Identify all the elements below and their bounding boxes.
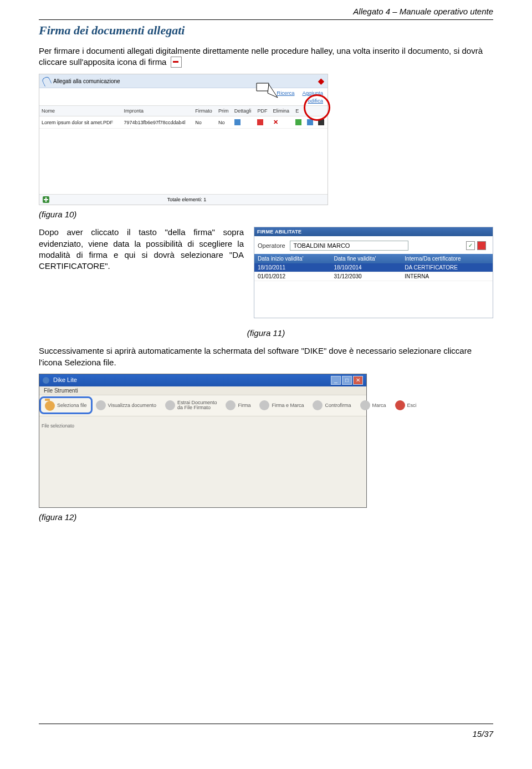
r2-type: INTERNA [401,272,493,281]
col-nome: Nome [39,106,121,116]
maximize-button[interactable]: □ [342,376,352,385]
elimina-icon[interactable]: ✕ [273,119,278,125]
firma-button[interactable]: Firma [222,399,254,412]
operatore-label: Operatore [258,242,285,249]
screenshot-allegati: Allegati alla comunicazione ◆ Ricerca Ag… [39,74,328,205]
r2-start: 01/01/2012 [254,272,331,281]
visualizza-label: Visualizza documento [108,403,156,408]
page-header-right: Allegato 4 – Manuale operativo utente [39,6,493,19]
visualizza-documento-button[interactable]: Visualizza documento [93,399,160,412]
firma-label: Firma [238,403,250,408]
link-ricerca[interactable]: Ricerca [277,90,294,96]
add-icon[interactable] [43,196,49,203]
paragraph-3: Successivamente si aprirà automaticament… [39,345,493,368]
seleziona-file-button[interactable]: Seleziona file [42,399,90,412]
dike-menubar[interactable]: File Strumenti [39,386,366,395]
paragraph-1-text: Per firmare i documenti allegati digital… [39,46,483,67]
seleziona-file-label: Seleziona file [57,403,87,408]
firme-header-row: Data inizio validita' Data fine validita… [254,254,493,263]
col-data-inizio: Data inizio validita' [254,254,331,263]
confirm-icon[interactable]: ✓ [466,241,475,250]
folder-icon [45,401,55,411]
screenshot-dike: Dike Lite _ □ ✕ File Strumenti Seleziona… [39,374,367,508]
allegati-title-text: Allegati alla comunicazione [53,78,120,84]
firme-row-1[interactable]: 18/10/2011 18/10/2014 DA CERTIFICATORE [254,263,493,272]
allegati-header-row: Nome Impronta Firmato Prim Dettagli PDF … [39,106,328,116]
firma-e-marca-button[interactable]: Firma e Marca [256,399,307,412]
cell-firmato: No [193,116,216,129]
red-circle-highlight [304,94,330,121]
svg-marker-0 [257,83,269,91]
screenshot-firme-abilitate: FIRME ABILITATE Operatore TOBALDINI MARC… [254,227,493,318]
minimize-button[interactable]: _ [331,376,341,385]
header-rule [39,19,493,20]
firma-inline-icon [171,57,182,68]
col-prim: Prim [216,106,232,116]
allegati-titlebar: Allegati alla comunicazione ◆ [39,74,328,88]
estrai-documento-button[interactable]: Estrai Documento da File Firmato [162,399,221,412]
col-dettagli: Dettagli [232,106,255,116]
collapse-arrow-icon[interactable]: ◆ [318,77,324,85]
caption-figura-11: (figura 11) [39,328,493,338]
page-number: 15/37 [472,729,493,739]
dike-app-icon [43,377,49,384]
close-button[interactable]: ✕ [353,376,363,385]
col-tipo: Interna/Da certificatore [401,254,493,263]
r2-end: 31/12/2030 [331,272,402,281]
marca-button[interactable]: Marca [357,399,390,412]
operatore-value: TOBALDINI MARCO [290,241,408,251]
paperclip-icon [41,76,52,87]
dike-titlebar: Dike Lite _ □ ✕ [39,374,366,386]
controfirma-label: Controfirma [325,403,351,408]
callout-arrow-icon [255,82,279,105]
allegati-table: Nome Impronta Firmato Prim Dettagli PDF … [39,105,328,129]
file-selezionato-label: File selezionato [42,423,74,429]
firme-titlebar: FIRME ABILITATE [254,227,493,236]
edit-icon[interactable] [477,241,486,250]
col-elimina: Elimina [271,106,294,116]
firma-marca-label: Firma e Marca [272,403,304,408]
firme-row-2[interactable]: 01/01/2012 31/12/2030 INTERNA [254,272,493,281]
dettagli-icon[interactable] [234,119,241,125]
firma-icon[interactable] [307,119,313,125]
firme-table: Data inizio validita' Data fine validita… [254,254,493,281]
totale-label: Totale elementi: 1 [49,197,324,202]
cell-impronta: 7974b13fb6e97f78ccddab4l [121,116,193,129]
marca-icon [360,400,370,410]
estrai-icon [165,400,175,410]
r1-end: 18/10/2014 [331,263,402,272]
svg-marker-1 [268,84,278,98]
dike-toolbar: Seleziona file Visualizza documento Estr… [39,395,366,416]
col-firmato: Firmato [193,106,216,116]
section-title: Firma dei documenti allegati [39,23,493,38]
estrai-label-l2: da File Firmato [177,405,217,410]
r1-type: DA CERTIFICATORE [401,263,493,272]
marca-label: Marca [372,403,386,408]
firma-pen-icon [226,400,236,410]
footer-rule [39,724,493,724]
controfirma-icon [313,400,323,410]
allegati-row-1[interactable]: Lorem ipsum dolor sit amet.PDF 7974b13fb… [39,116,328,129]
col-impronta: Impronta [121,106,193,116]
action-icon-1[interactable] [295,119,301,125]
esci-icon [395,400,405,410]
controfirma-button[interactable]: Controfirma [309,399,354,412]
r1-start: 18/10/2011 [254,263,331,272]
allegati-footer: Totale elementi: 1 [39,194,328,205]
col-data-fine: Data fine validita' [331,254,402,263]
visualizza-icon [96,400,106,410]
col-pdf: PDF [255,106,270,116]
caption-figura-12: (figura 12) [39,512,493,522]
paragraph-2: Dopo aver cliccato il tasto "della firma… [39,227,244,272]
esci-label: Esci [407,403,417,408]
col-e: E [293,106,305,116]
paragraph-1: Per firmare i documenti allegati digital… [39,45,493,68]
cell-nome: Lorem ipsum dolor sit amet.PDF [39,116,121,129]
esci-button[interactable]: Esci [392,399,420,412]
dike-title-text: Dike Lite [53,376,77,383]
cell-prim: No [216,116,232,129]
firma-marca-icon [259,400,269,410]
caption-figura-10: (figura 10) [39,210,493,219]
pdf-icon[interactable] [257,119,263,125]
